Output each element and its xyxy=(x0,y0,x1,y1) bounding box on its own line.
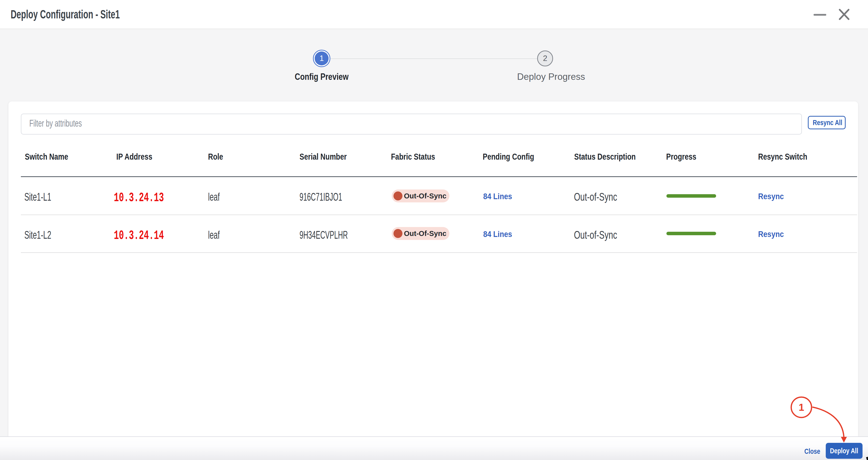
svg-text:1: 1 xyxy=(799,402,804,413)
